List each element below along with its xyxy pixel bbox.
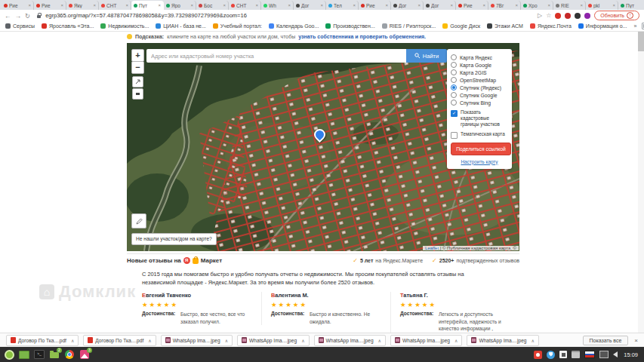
tab-close-icon[interactable]: × (547, 3, 550, 8)
volume-icon[interactable] (613, 351, 618, 357)
download-item[interactable]: WhatsApp Ima....jpeg∧ (314, 335, 386, 346)
fullscreen-button[interactable] (132, 76, 143, 87)
send-icon[interactable]: ▷ (538, 12, 542, 19)
browser-tab[interactable]: RIE× (553, 1, 586, 10)
printer-icon[interactable] (572, 351, 580, 358)
chevron-up-icon[interactable]: ∧ (71, 338, 74, 343)
shield-icon[interactable] (547, 351, 555, 359)
leaflet-link[interactable]: Leaflet (425, 246, 439, 250)
chevron-up-icon[interactable]: ∧ (454, 338, 458, 343)
tab-close-icon[interactable]: × (580, 3, 583, 8)
forward-icon[interactable]: → (15, 12, 22, 20)
tab-close-icon[interactable]: × (482, 3, 485, 8)
configure-map-link[interactable]: Настроить карту (451, 159, 508, 164)
tab-close-icon[interactable]: × (450, 3, 453, 8)
bookmark-item[interactable]: Учебный портал: (213, 23, 262, 29)
bookmark-item[interactable]: Google Диск (442, 23, 480, 29)
browser-tab[interactable]: Рие× (359, 1, 391, 10)
browser-tab[interactable]: Яку× (66, 1, 99, 10)
browser-tab[interactable]: Рие× (34, 1, 66, 10)
tab-close-icon[interactable]: × (190, 3, 193, 8)
browser-tab[interactable]: Пут× (618, 1, 644, 10)
chevron-up-icon[interactable]: ∧ (378, 338, 381, 343)
browser-tab[interactable]: СНТ× (229, 1, 261, 10)
bookmark-item[interactable]: ЦИАН - база не... (156, 23, 205, 29)
extension-capture-icon[interactable] (555, 13, 561, 19)
start-menu-button[interactable] (3, 349, 15, 360)
back-icon[interactable]: ← (5, 12, 11, 20)
map-toggle-option[interactable]: ✓Показать кадастровые границы участков (451, 109, 508, 127)
browser-tab[interactable]: Дог× (294, 1, 326, 10)
download-item[interactable]: Договор По Тка....pdf∧ (83, 335, 156, 346)
draw-button[interactable] (131, 213, 146, 229)
tab-close-icon[interactable]: × (125, 3, 128, 8)
tab-close-icon[interactable]: × (288, 3, 291, 8)
tab-close-icon[interactable]: × (255, 3, 258, 8)
search-input[interactable] (146, 49, 406, 63)
bookmarks-overflow-icon[interactable]: » (633, 23, 636, 29)
bookmark-item[interactable]: Яндекс.Почта (530, 23, 572, 29)
map-layer-option[interactable]: Спутник Bing (451, 100, 508, 106)
download-item[interactable]: WhatsApp Ima....jpeg∧ (237, 335, 309, 346)
language-flag-icon[interactable] (584, 351, 595, 358)
image-viewer-button[interactable]: 3 (79, 349, 91, 360)
browser-tab[interactable]: Дог× (424, 1, 456, 10)
chevron-up-icon[interactable]: ∧ (531, 338, 534, 343)
bookmark-item[interactable]: Недвижимость... (100, 23, 149, 29)
browser-tab[interactable]: Рие× (456, 1, 488, 10)
map-layer-option[interactable]: Спутник Google (451, 92, 508, 98)
browser-tab[interactable]: Бос× (196, 1, 229, 10)
tab-close-icon[interactable]: × (60, 3, 63, 8)
bookmark-item[interactable]: Производствен... (325, 23, 374, 29)
browser-tab[interactable]: Яро× (164, 1, 196, 10)
bookmark-item[interactable]: Информация о... (578, 23, 627, 29)
browser-tab[interactable]: Тел× (326, 1, 359, 10)
chevron-up-icon[interactable]: ∧ (225, 338, 228, 343)
clock[interactable]: 15:09 (624, 351, 638, 358)
tab-close-icon[interactable]: × (612, 3, 615, 8)
bookmark-item[interactable]: Этажи АСМ (487, 23, 523, 29)
terminal-button[interactable]: >_ (33, 349, 45, 360)
tab-close-icon[interactable]: × (385, 3, 388, 8)
browser-tab[interactable]: СНТ× (99, 1, 131, 10)
reload-icon[interactable]: ↻ (25, 12, 30, 20)
download-item[interactable]: WhatsApp Ima....jpeg∧ (467, 335, 538, 346)
download-item[interactable]: WhatsApp Ima....jpeg∧ (161, 335, 233, 346)
zoom-out-button[interactable]: − (131, 61, 144, 74)
page-scrollbar[interactable] (638, 32, 644, 333)
bookmark-item[interactable]: Ярославль «Эта... (42, 23, 94, 29)
map-layer-option[interactable]: Карта 2GIS (451, 69, 508, 75)
update-browser-button[interactable]: Обновить ! (594, 11, 639, 20)
ruler-button[interactable] (132, 88, 143, 100)
browser-tab[interactable]: Wh× (261, 1, 294, 10)
bookmark-item[interactable]: RIES / Риэлторск... (382, 23, 436, 29)
browser-tab[interactable]: 7Вг× (488, 1, 521, 10)
bookmark-star-icon[interactable]: ☆ (546, 12, 551, 19)
tab-close-icon[interactable]: × (223, 3, 226, 8)
download-item[interactable]: Договор По Тка....pdf∧ (6, 335, 79, 346)
extension-bell-icon[interactable] (565, 13, 571, 19)
tab-close-icon[interactable]: × (158, 3, 161, 8)
bookmark-item[interactable]: Сервисы (5, 23, 35, 29)
tab-close-icon[interactable]: × (320, 3, 323, 8)
chevron-up-icon[interactable]: ∧ (148, 338, 151, 343)
search-button[interactable]: Найти (406, 49, 447, 63)
tab-close-icon[interactable]: × (93, 3, 96, 8)
chevron-up-icon[interactable]: ∧ (301, 338, 304, 343)
network-icon[interactable] (599, 351, 609, 358)
scrollbar-thumb[interactable] (638, 32, 644, 51)
map-layer-option[interactable]: Карта Яндекс (451, 54, 508, 60)
tab-close-icon[interactable]: × (28, 3, 31, 8)
browser-tab[interactable]: Рие× (2, 1, 34, 10)
tab-close-icon[interactable]: × (515, 3, 518, 8)
map-layer-option[interactable]: OpenStreetMap (451, 77, 508, 83)
url-text[interactable]: egrp365.org/map/?x=57.4878704778698058&y… (45, 12, 534, 19)
show-desktop-button[interactable] (18, 349, 30, 360)
zoom-in-button[interactable]: + (131, 49, 144, 62)
show-all-downloads-button[interactable]: Показать все (583, 336, 629, 345)
browser-tab[interactable]: Хро× (521, 1, 553, 10)
browser-tab[interactable]: Дог× (391, 1, 424, 10)
chrome-button[interactable] (63, 349, 75, 360)
browser-tab[interactable]: Пут× (131, 1, 164, 10)
share-link-button[interactable]: Поделиться ссылкой (451, 143, 511, 155)
